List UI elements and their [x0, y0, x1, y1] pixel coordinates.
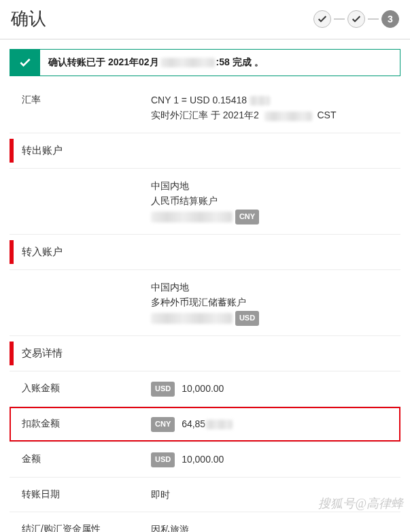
- section-transaction-details: 交易详情: [10, 336, 400, 371]
- banner-text-suffix: :58 完成 。: [216, 56, 264, 69]
- step-connector: [334, 18, 345, 20]
- section-to-account: 转入账户: [10, 235, 400, 270]
- value-credit-amount: USD 10,000.00: [151, 381, 400, 397]
- value-amount: USD 10,000.00: [151, 452, 400, 467]
- row-purpose: 结汇/购汇资金属性 因私旅游: [10, 512, 400, 532]
- row-exchange-rate: 汇率 CNY 1 = USD 0.15418 实时外汇汇率 于 2021年2 C…: [10, 83, 400, 133]
- redacted: [205, 420, 233, 429]
- row-to-account-detail: 中国内地 多种外币现汇储蓄账户 USD: [10, 270, 400, 336]
- row-from-account-detail: 中国内地 人民币结算账户 CNY: [10, 169, 400, 235]
- redacted: [250, 96, 270, 105]
- from-account-type: 人民币结算账户: [151, 193, 400, 208]
- debit-amount: 64,85: [182, 418, 205, 429]
- label-exchange-rate: 汇率: [22, 93, 151, 123]
- redacted: [264, 112, 312, 121]
- currency-badge-usd: USD: [151, 452, 175, 467]
- step-1-done: [313, 10, 331, 28]
- amount: 10,000.00: [182, 454, 224, 465]
- value-purpose: 因私旅游: [151, 522, 400, 532]
- check-icon: [351, 14, 362, 24]
- currency-badge-cny: CNY: [151, 417, 175, 432]
- rate-timestamp-prefix: 实时外汇汇率 于 2021年2: [151, 110, 259, 120]
- step-2-done: [347, 10, 365, 28]
- rate-value: CNY 1 = USD 0.15418: [151, 95, 247, 105]
- banner-text-prefix: 确认转账已于 2021年02月: [48, 56, 159, 69]
- check-icon: [18, 56, 32, 69]
- row-credit-amount: 入账金额 USD 10,000.00: [10, 371, 400, 407]
- success-message: 确认转账已于 2021年02月 :58 完成 。: [40, 50, 272, 76]
- success-icon-box: [10, 50, 40, 76]
- to-region: 中国内地: [151, 280, 400, 295]
- credit-amount: 10,000.00: [182, 383, 224, 394]
- currency-badge-usd: USD: [151, 382, 175, 397]
- currency-badge-usd: USD: [235, 311, 259, 326]
- to-account-value: 中国内地 多种外币现汇储蓄账户 USD: [151, 280, 400, 326]
- details-panel: 汇率 CNY 1 = USD 0.15418 实时外汇汇率 于 2021年2 C…: [0, 76, 410, 532]
- step-connector: [368, 18, 379, 20]
- to-account-type: 多种外币现汇储蓄账户: [151, 295, 400, 310]
- label-transfer-date: 转账日期: [22, 487, 151, 502]
- redacted-account-number: [151, 313, 233, 324]
- step-3-current: 3: [381, 10, 399, 28]
- label-credit-amount: 入账金额: [22, 381, 151, 397]
- from-region: 中国内地: [151, 178, 400, 193]
- section-title: 转入账户: [22, 246, 63, 257]
- check-icon: [317, 14, 328, 24]
- value-exchange-rate: CNY 1 = USD 0.15418 实时外汇汇率 于 2021年2 CST: [151, 93, 400, 123]
- success-banner: 确认转账已于 2021年02月 :58 完成 。: [10, 49, 400, 76]
- label-purpose: 结汇/购汇资金属性: [22, 522, 151, 532]
- row-transfer-date: 转账日期 即时: [10, 478, 400, 512]
- label-debit-amount: 扣款金额: [22, 416, 151, 432]
- currency-badge-cny: CNY: [235, 210, 259, 225]
- page-title: 确认: [11, 7, 46, 31]
- value-transfer-date: 即时: [151, 487, 400, 502]
- redacted-account-number: [151, 212, 233, 222]
- redacted-datetime: [160, 58, 215, 67]
- page-header: 确认 3: [0, 0, 410, 39]
- step-indicator: 3: [313, 10, 399, 28]
- row-amount: 金额 USD 10,000.00: [10, 442, 400, 478]
- row-debit-amount: 扣款金额 CNY 64,85: [10, 407, 400, 442]
- value-debit-amount: CNY 64,85: [151, 416, 400, 432]
- rate-timestamp-suffix: CST: [318, 110, 337, 120]
- section-from-account: 转出账户: [10, 133, 400, 169]
- section-title: 转出账户: [22, 144, 63, 156]
- from-account-value: 中国内地 人民币结算账户 CNY: [151, 178, 400, 225]
- section-title: 交易详情: [22, 347, 63, 359]
- label-amount: 金额: [22, 452, 151, 467]
